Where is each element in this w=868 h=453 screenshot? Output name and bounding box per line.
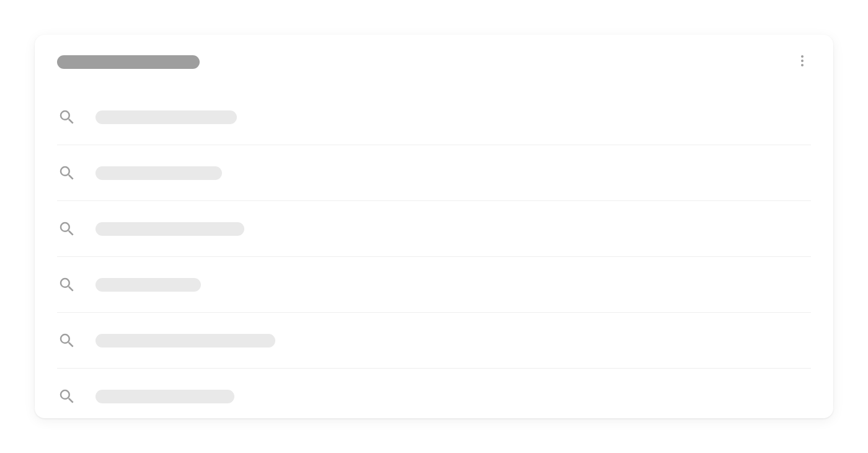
svg-point-1 [801,60,804,62]
search-suggestion-item[interactable] [57,257,811,313]
card-header [35,35,833,89]
search-icon [57,275,77,295]
search-suggestion-item[interactable] [57,89,811,145]
suggestion-text-placeholder [95,278,201,292]
suggestion-text-placeholder [95,166,222,180]
search-icon [57,331,77,351]
suggestion-text-placeholder [95,222,244,236]
search-suggestion-item[interactable] [57,145,811,201]
suggestion-text-placeholder [95,110,237,124]
related-searches-card [35,35,833,418]
search-suggestion-item[interactable] [57,313,811,369]
more-options-button[interactable] [790,48,815,73]
suggestion-text-placeholder [95,390,234,403]
more-vertical-icon [795,53,810,68]
search-suggestion-item[interactable] [57,201,811,257]
search-icon [57,163,77,183]
search-suggestion-item[interactable] [57,369,811,418]
suggestion-text-placeholder [95,334,275,348]
svg-point-0 [801,55,804,58]
svg-point-2 [801,64,804,66]
card-title-placeholder [57,55,200,69]
search-suggestions-list [35,89,833,418]
search-icon [57,107,77,127]
search-icon [57,387,77,406]
search-icon [57,219,77,239]
